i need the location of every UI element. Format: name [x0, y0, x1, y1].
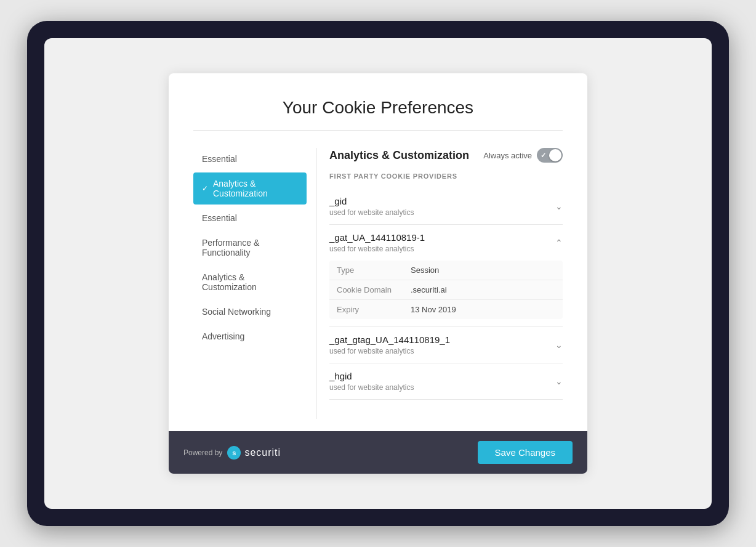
always-active-label: Always active: [483, 151, 532, 160]
section-label: FIRST PARTY COOKIE PROVIDERS: [329, 172, 563, 180]
cookie-gat-name: _gat_UA_144110819-1: [329, 232, 425, 243]
cookie-item-hgid: _hgid used for website analytics ⌄: [329, 363, 563, 400]
cookie-gat-desc: used for website analytics: [329, 245, 425, 253]
detail-row-domain: Cookie Domain .securiti.ai: [329, 280, 563, 300]
sidebar-item-social[interactable]: Social Networking: [193, 301, 307, 323]
cookie-gid-desc: used for website analytics: [329, 208, 414, 217]
cookie-gtag-desc: used for website analytics: [329, 347, 450, 355]
cookie-gid-name: _gid: [329, 196, 414, 206]
detail-row-type: Type Session: [329, 261, 563, 280]
cookie-item-gtag-header[interactable]: _gat_gtag_UA_144110819_1 used for websit…: [329, 334, 563, 355]
cookie-item-hgid-header[interactable]: _hgid used for website analytics ⌄: [329, 371, 563, 392]
modal-content: Essential ✓ Analytics & Customization Es…: [193, 148, 563, 419]
sidebar-item-essential-top[interactable]: Essential: [193, 148, 307, 170]
cookie-hgid-info: _hgid used for website analytics: [329, 371, 414, 392]
detail-value-domain: .securiti.ai: [411, 285, 447, 294]
device-frame: Your Cookie Preferences Essential ✓ Anal…: [27, 21, 729, 526]
toggle-knob: [549, 149, 561, 161]
detail-label-type: Type: [337, 265, 411, 275]
cookie-hgid-desc: used for website analytics: [329, 383, 414, 392]
securiti-brand-name: securiti: [244, 447, 281, 458]
modal-body: Your Cookie Preferences Essential ✓ Anal…: [169, 73, 587, 419]
modal-title: Your Cookie Preferences: [193, 98, 563, 131]
cookie-gat-details: Type Session Cookie Domain .securiti.ai …: [329, 261, 563, 319]
toggle-check-icon: ✓: [541, 152, 546, 160]
chevron-down-icon: ⌄: [555, 201, 563, 211]
cookie-preferences-modal: Your Cookie Preferences Essential ✓ Anal…: [169, 73, 587, 474]
check-icon: ✓: [202, 184, 208, 193]
cookie-item-gat-header[interactable]: _gat_UA_144110819-1 used for website ana…: [329, 232, 563, 253]
modal-footer: Powered by s securiti Save Changes: [169, 431, 587, 474]
powered-by-label: Powered by: [183, 448, 222, 457]
sidebar-item-analytics-2[interactable]: Analytics & Customization: [193, 266, 307, 298]
cookie-gtag-info: _gat_gtag_UA_144110819_1 used for websit…: [329, 334, 450, 355]
detail-row-expiry: Expiry 13 Nov 2019: [329, 300, 563, 319]
panel-header: Analytics & Customization Always active …: [329, 148, 563, 163]
panel-title: Analytics & Customization: [329, 149, 469, 162]
chevron-down-icon-3: ⌄: [555, 376, 563, 386]
cookie-item-gid-header[interactable]: _gid used for website analytics ⌄: [329, 196, 563, 217]
cookie-item-gat: _gat_UA_144110819-1 used for website ana…: [329, 225, 563, 327]
securiti-logo: s securiti: [227, 446, 281, 460]
always-active-wrap: Always active ✓: [483, 148, 563, 163]
sidebar-item-advertising[interactable]: Advertising: [193, 325, 307, 347]
chevron-down-icon-2: ⌄: [555, 340, 563, 350]
cookie-hgid-name: _hgid: [329, 371, 414, 381]
sidebar: Essential ✓ Analytics & Customization Es…: [193, 148, 316, 419]
sidebar-item-performance[interactable]: Performance & Functionality: [193, 232, 307, 264]
sidebar-item-analytics-active[interactable]: ✓ Analytics & Customization: [193, 172, 307, 205]
powered-by: Powered by s securiti: [183, 446, 281, 460]
detail-label-domain: Cookie Domain: [337, 285, 411, 294]
securiti-icon: s: [227, 446, 241, 460]
sidebar-item-essential[interactable]: Essential: [193, 207, 307, 229]
cookie-item-gtag: _gat_gtag_UA_144110819_1 used for websit…: [329, 327, 563, 363]
chevron-up-icon: ⌃: [555, 238, 563, 248]
main-panel: Analytics & Customization Always active …: [316, 148, 563, 419]
detail-label-expiry: Expiry: [337, 305, 411, 314]
device-screen: Your Cookie Preferences Essential ✓ Anal…: [44, 38, 712, 509]
always-active-toggle[interactable]: ✓: [537, 148, 563, 163]
cookie-item-gid: _gid used for website analytics ⌄: [329, 188, 563, 225]
detail-value-type: Session: [411, 265, 439, 275]
save-changes-button[interactable]: Save Changes: [478, 441, 573, 464]
cookie-gid-info: _gid used for website analytics: [329, 196, 414, 217]
cookie-gat-info: _gat_UA_144110819-1 used for website ana…: [329, 232, 425, 253]
cookie-gtag-name: _gat_gtag_UA_144110819_1: [329, 334, 450, 345]
detail-value-expiry: 13 Nov 2019: [411, 305, 456, 314]
